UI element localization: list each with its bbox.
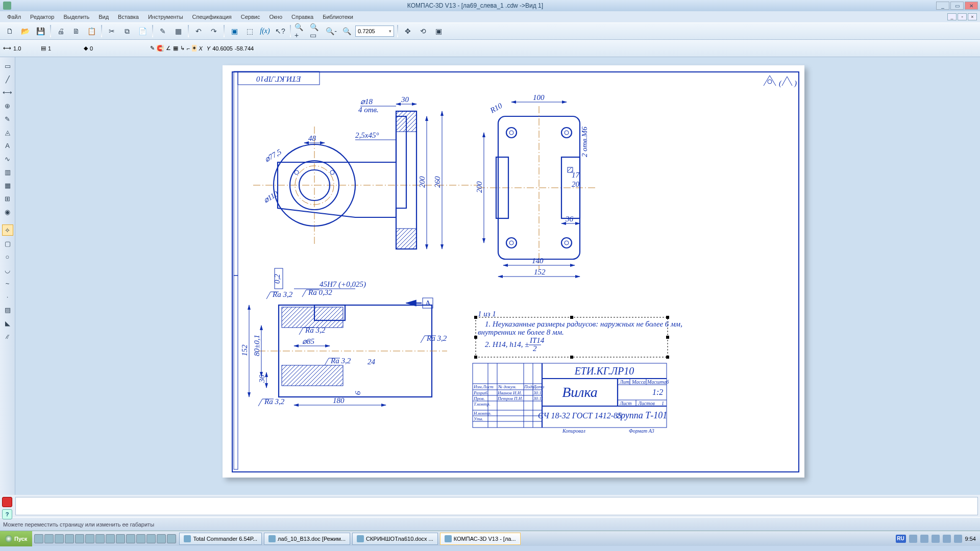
- snap-icon[interactable]: 🧲: [157, 45, 164, 52]
- point-tool[interactable]: ·: [2, 291, 13, 302]
- dimension-tool[interactable]: ⟷: [2, 87, 13, 98]
- ql-icon[interactable]: [95, 534, 105, 543]
- param-tool[interactable]: ◬: [2, 127, 13, 138]
- save-button[interactable]: 💾: [34, 24, 47, 38]
- zoom-window-button[interactable]: 🔍▭: [309, 24, 323, 38]
- ql-icon[interactable]: [167, 534, 176, 543]
- zoom-in-button[interactable]: 🔍+: [294, 24, 307, 38]
- layer-combo[interactable]: 1: [48, 45, 80, 52]
- symbol-tool[interactable]: ⊕: [2, 100, 13, 111]
- open-button[interactable]: 📂: [18, 24, 32, 38]
- minimize-button[interactable]: _: [936, 2, 949, 10]
- taskbar-task[interactable]: лаб_10_В13.doc [Режим...: [264, 533, 350, 545]
- x-coord-field[interactable]: 40.6005: [212, 45, 233, 52]
- layer-icon[interactable]: ▤: [41, 45, 46, 52]
- ql-icon[interactable]: [85, 534, 94, 543]
- ql-icon[interactable]: [44, 534, 54, 543]
- ql-icon[interactable]: [146, 534, 156, 543]
- lang-indicator[interactable]: RU: [896, 535, 906, 543]
- grid-icon[interactable]: ▦: [173, 45, 178, 52]
- rect-tool[interactable]: ▢: [2, 238, 13, 249]
- help-icon[interactable]: ?: [2, 509, 12, 519]
- menu-libs[interactable]: Библиотеки: [318, 13, 357, 21]
- clock[interactable]: 9:54: [965, 536, 976, 542]
- arc-tool[interactable]: ◡: [2, 264, 13, 276]
- menu-window[interactable]: Окно: [265, 13, 286, 21]
- taskbar-task[interactable]: СКРИНШОТла610.docx ...: [352, 533, 438, 545]
- curve-tool[interactable]: ∿: [2, 153, 13, 164]
- measure-tool[interactable]: А: [2, 140, 13, 151]
- maximize-button[interactable]: ▭: [950, 2, 964, 10]
- fx-button[interactable]: f(x): [258, 24, 272, 38]
- report-tool[interactable]: ⊞: [2, 193, 13, 204]
- tree-button[interactable]: 📋: [85, 24, 98, 38]
- redo-button[interactable]: ↷: [207, 24, 220, 38]
- rebuild-button[interactable]: ⟲: [416, 24, 430, 38]
- circle-tool[interactable]: ○: [2, 251, 13, 262]
- menu-help[interactable]: Справка: [287, 13, 317, 21]
- lcs-icon[interactable]: ⌐: [187, 45, 190, 52]
- ql-icon[interactable]: [34, 534, 43, 543]
- spline-tool[interactable]: ~: [2, 278, 13, 289]
- line-weight-combo[interactable]: 1.0: [13, 45, 39, 52]
- print-button[interactable]: 🖨: [54, 24, 67, 38]
- misc-tool[interactable]: ◉: [2, 206, 13, 217]
- line-tool[interactable]: ╱: [2, 73, 13, 85]
- pan-button[interactable]: ✥: [401, 24, 414, 38]
- zoom-out-button[interactable]: 🔍-: [325, 24, 338, 38]
- stop-icon[interactable]: [2, 497, 12, 507]
- ql-icon[interactable]: [75, 534, 84, 543]
- tray-icon[interactable]: [954, 535, 962, 543]
- angle-icon[interactable]: ∠: [166, 45, 171, 52]
- chamfer-tool[interactable]: ◣: [2, 317, 13, 329]
- preview-button[interactable]: 🗎: [69, 24, 83, 38]
- table-tool[interactable]: ▥: [2, 166, 13, 178]
- vars-button[interactable]: ⬚: [243, 24, 256, 38]
- mdi-close[interactable]: ×: [968, 13, 977, 20]
- menu-insert[interactable]: Вставка: [114, 13, 143, 21]
- taskbar-task[interactable]: Total Commander 6.54Р...: [179, 533, 262, 545]
- paste-button[interactable]: 📄: [136, 24, 149, 38]
- manager-button[interactable]: ▣: [228, 24, 241, 38]
- y-coord-field[interactable]: -58.744: [235, 45, 254, 52]
- geom-tool[interactable]: ✧: [2, 224, 13, 236]
- mdi-minimize[interactable]: _: [947, 13, 957, 20]
- select-tool[interactable]: ▭: [2, 60, 13, 71]
- ql-icon[interactable]: [116, 534, 125, 543]
- hatch-tool[interactable]: ▨: [2, 304, 13, 315]
- close-button[interactable]: ✕: [965, 2, 978, 10]
- offset-tool[interactable]: ⫽: [2, 331, 13, 342]
- ortho-icon[interactable]: ↳: [180, 45, 185, 52]
- start-button[interactable]: Пуск: [0, 531, 32, 546]
- refresh-button[interactable]: ▣: [432, 24, 445, 38]
- rounding-icon[interactable]: ✶: [192, 45, 197, 52]
- zoom-combo[interactable]: 0.7205: [355, 26, 394, 37]
- drawing-canvas[interactable]: ЕТИ.КГ.ЛР10 ( ): [15, 57, 980, 495]
- tray-icon[interactable]: [943, 535, 951, 543]
- props-button[interactable]: ▦: [172, 24, 185, 38]
- ql-icon[interactable]: [157, 534, 166, 543]
- tray-icon[interactable]: [920, 535, 928, 543]
- ql-icon[interactable]: [55, 534, 64, 543]
- menu-service[interactable]: Сервис: [237, 13, 264, 21]
- ql-icon[interactable]: [136, 534, 145, 543]
- edit-tool[interactable]: ✎: [2, 113, 13, 124]
- menu-view[interactable]: Вид: [94, 13, 113, 21]
- menu-spec[interactable]: Спецификация: [188, 13, 236, 21]
- whatsthis-button[interactable]: ↖?: [274, 24, 287, 38]
- tray-icon[interactable]: [909, 535, 917, 543]
- edit-icon[interactable]: ✎: [150, 45, 155, 52]
- menu-file[interactable]: Файл: [3, 13, 25, 21]
- format-button[interactable]: ✎: [156, 24, 169, 38]
- mdi-restore[interactable]: ▫: [958, 13, 967, 20]
- cut-button[interactable]: ✂: [105, 24, 118, 38]
- menu-tools[interactable]: Инструменты: [144, 13, 187, 21]
- tray-icon[interactable]: [932, 535, 940, 543]
- ql-icon[interactable]: [65, 534, 74, 543]
- ql-icon[interactable]: [106, 534, 115, 543]
- menu-select[interactable]: Выделить: [59, 13, 93, 21]
- spec-tool[interactable]: ▦: [2, 180, 13, 191]
- zoom-fit-button[interactable]: 🔍: [340, 24, 353, 38]
- taskbar-task[interactable]: КОМПАС-3D V13 - [ла...: [440, 533, 521, 545]
- menu-edit[interactable]: Редактор: [26, 13, 58, 21]
